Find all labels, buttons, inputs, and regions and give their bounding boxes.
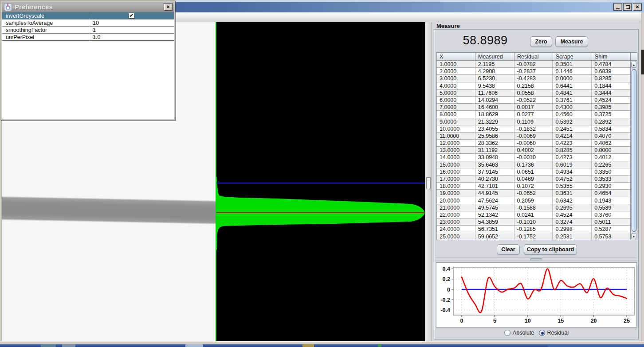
residual-option[interactable]: Residual xyxy=(539,330,569,336)
splitter-handle[interactable] xyxy=(436,257,637,261)
svg-text:25: 25 xyxy=(624,318,630,324)
table-row[interactable]: 1.00002.1195-0.07820.35010.4784 xyxy=(437,61,630,68)
table-cell: 31.1192 xyxy=(475,147,514,154)
table-cell: 8.0000 xyxy=(437,111,475,118)
table-row[interactable]: 14.000033.0948-0.00100.42730.4012 xyxy=(437,154,630,161)
table-cell: 56.7351 xyxy=(475,226,514,233)
residual-radio-icon[interactable] xyxy=(539,330,545,336)
table-row[interactable]: 5.000011.76060.05580.48410.3444 xyxy=(437,90,630,97)
svg-text:20: 20 xyxy=(591,318,597,324)
table-cell: 0.5589 xyxy=(592,204,630,211)
table-cell: 23.0000 xyxy=(437,218,475,226)
column-header-residual[interactable]: Residual xyxy=(514,52,553,61)
table-row[interactable]: 21.000049.5745-0.15880.26950.5589 xyxy=(437,204,630,211)
svg-text:0: 0 xyxy=(447,287,450,293)
preferences-row-smoothingfactor[interactable]: smoothingFactor 1 xyxy=(2,27,174,34)
copy-to-clipboard-button[interactable]: Copy to clipboard xyxy=(524,244,577,255)
preference-value[interactable]: 1.0 xyxy=(89,34,174,40)
table-cell: 5.0000 xyxy=(437,90,475,97)
taskbar-tray[interactable] xyxy=(548,344,644,347)
maximize-button[interactable] xyxy=(623,3,632,11)
preference-value[interactable]: 1 xyxy=(89,27,174,33)
preferences-dialog-body xyxy=(2,41,174,119)
table-row[interactable]: 19.000044.9145-0.06520.36310.4654 xyxy=(437,190,630,197)
preferences-row-umperpixel[interactable]: umPerPixel 1.0 xyxy=(2,34,174,41)
table-row[interactable]: 2.00004.2908-0.28370.14460.6839 xyxy=(437,68,630,75)
zero-button[interactable]: Zero xyxy=(530,36,552,47)
table-cell: -0.1588 xyxy=(514,204,553,211)
absolute-radio-icon[interactable] xyxy=(504,330,510,336)
table-row[interactable]: 24.000056.7351-0.12850.29980.5287 xyxy=(437,226,630,233)
table-cell: 0.0277 xyxy=(514,111,553,118)
table-cell: 44.9145 xyxy=(475,190,514,197)
taskbar-icon[interactable] xyxy=(185,344,203,347)
table-row[interactable]: 7.000016.46000.00170.43000.3985 xyxy=(437,104,630,111)
window-controls: ✕ xyxy=(613,3,642,11)
table-row[interactable]: 18.000042.71010.10720.53550.2930 xyxy=(437,183,630,190)
table-row[interactable]: 15.000035.64630.17360.60190.2265 xyxy=(437,161,630,168)
table-cell: 0.5355 xyxy=(553,183,592,190)
image-scrollbar-thumb[interactable] xyxy=(426,177,431,189)
table-cell: -0.0782 xyxy=(514,61,553,68)
table-row[interactable]: 16.000037.91450.06510.49340.3350 xyxy=(437,168,630,175)
table-row[interactable]: 3.00006.5230-0.42830.00000.8285 xyxy=(437,75,630,82)
absolute-option[interactable]: Absolute xyxy=(504,330,534,336)
column-header-scrape[interactable]: Scrape xyxy=(553,52,592,61)
profile-baseline xyxy=(216,22,216,341)
table-cell: 0.4002 xyxy=(514,147,553,154)
table-cell: 18.8629 xyxy=(475,111,514,118)
preferences-row-invertgreyscale[interactable]: invertGreyscale ✔ xyxy=(2,12,174,19)
taskbar[interactable] xyxy=(0,344,644,347)
table-row[interactable]: 25.000059.0652-0.17520.25310.5753 xyxy=(437,233,630,240)
minimize-icon xyxy=(616,8,620,9)
clear-button[interactable]: Clear xyxy=(497,244,520,255)
table-row[interactable]: 8.000018.86290.02770.45600.3725 xyxy=(437,111,630,118)
preferences-table: invertGreyscale ✔ samplesToAverage 10 sm… xyxy=(2,12,174,41)
table-row[interactable]: 20.000047.56240.20590.63420.1943 xyxy=(437,197,630,204)
table-cell: 0.5287 xyxy=(592,226,630,233)
column-header-x[interactable]: X xyxy=(436,52,475,61)
table-cell: 0.4752 xyxy=(553,175,592,183)
minimize-button[interactable] xyxy=(613,3,622,11)
measure-button[interactable]: Measure xyxy=(555,36,588,47)
splitter-grip[interactable] xyxy=(530,258,542,260)
table-cell: 52.1342 xyxy=(475,211,514,218)
table-cell: 11.0000 xyxy=(437,133,475,140)
table-row[interactable]: 12.000028.3362-0.00600.42230.4062 xyxy=(437,140,630,147)
table-row[interactable]: 4.00009.54380.21580.64410.1844 xyxy=(437,82,630,90)
preferences-close-button[interactable]: ✕ xyxy=(164,3,173,11)
table-row[interactable]: 11.000025.9586-0.00690.42140.4070 xyxy=(437,133,630,140)
column-header-shim[interactable]: Shim xyxy=(592,52,630,61)
table-vertical-scrollbar[interactable]: ▲ ▼ xyxy=(630,61,637,240)
column-header-measured[interactable]: Measured xyxy=(475,52,514,61)
taskbar-icon[interactable] xyxy=(378,344,381,347)
table-row[interactable]: 9.000021.32290.11090.53920.2892 xyxy=(437,118,630,125)
table-row[interactable]: 13.000031.11920.40020.82850.0000 xyxy=(437,147,630,154)
table-row[interactable]: 6.000014.0294-0.05220.37610.4524 xyxy=(437,97,630,104)
table-cell: 37.9145 xyxy=(475,168,514,175)
scroll-down-button[interactable]: ▼ xyxy=(631,233,636,239)
image-vertical-scrollbar[interactable] xyxy=(425,22,432,341)
scroll-up-button[interactable]: ▲ xyxy=(631,62,636,68)
taskbar-icon[interactable] xyxy=(41,344,56,347)
measure-line xyxy=(216,212,424,213)
maximize-icon xyxy=(626,5,630,9)
preference-name: smoothingFactor xyxy=(2,27,89,33)
table-row[interactable]: 10.000023.4055-0.18320.24510.5834 xyxy=(437,125,630,133)
taskbar-icon[interactable] xyxy=(62,344,75,347)
table-cell: 0.5834 xyxy=(592,125,630,133)
taskbar-icon[interactable] xyxy=(302,344,314,347)
close-button[interactable]: ✕ xyxy=(633,3,642,11)
table-cell: 0.4560 xyxy=(553,111,592,118)
preferences-row-samplestoaverage[interactable]: samplesToAverage 10 xyxy=(2,19,174,27)
table-row[interactable]: 17.000040.27300.04690.47520.3533 xyxy=(437,175,630,183)
table-cell: 14.0294 xyxy=(475,97,514,104)
table-row[interactable]: 23.000054.3859-0.10100.32740.5011 xyxy=(437,218,630,226)
checkbox-checked-icon[interactable]: ✔ xyxy=(129,13,134,19)
table-row[interactable]: 22.000052.13420.02410.45240.3760 xyxy=(437,211,630,218)
table-cell: 47.5624 xyxy=(475,197,514,204)
table-cell: -0.4283 xyxy=(514,75,553,82)
preference-value[interactable]: 10 xyxy=(89,19,174,26)
table-scrollbar-thumb[interactable] xyxy=(632,69,636,232)
preferences-titlebar[interactable]: Preferences ✕ xyxy=(2,2,174,12)
